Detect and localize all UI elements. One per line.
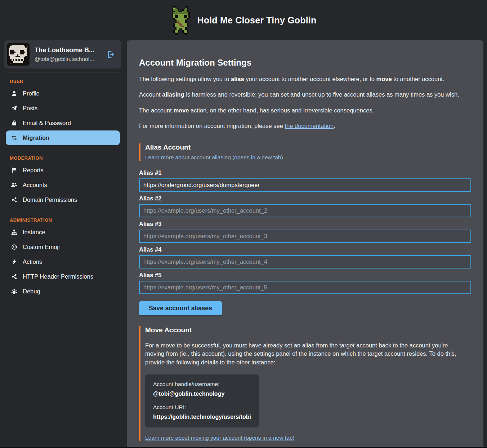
user-handle: @tobi@goblin.technol...	[35, 56, 101, 62]
app-header: Hold Me Closer Tiny Goblin	[0, 0, 487, 40]
sidebar-item-debug[interactable]: Debug	[6, 284, 120, 299]
sidebar-item-label: Instance	[23, 229, 45, 236]
sidebar-section-user: USER	[10, 79, 121, 84]
sidebar-item-profile[interactable]: Profile	[6, 86, 120, 101]
account-handle-label: Account handle/username:	[153, 381, 251, 387]
intro-paragraph-3: The account move action, on the other ha…	[139, 106, 471, 115]
sidebar-item-label: Custom Emoji	[23, 244, 60, 250]
sidebar-item-label: Posts	[23, 105, 37, 112]
user-card: The Loathsome B... @tobi@goblin.technol.…	[4, 40, 121, 68]
bug-icon	[11, 288, 17, 294]
alias-field-5: Alias #5	[139, 272, 471, 294]
users-icon	[11, 182, 17, 188]
intro-paragraph-2: Account aliasing is harmless and reversi…	[139, 90, 471, 99]
alias-4-label: Alias #4	[139, 246, 471, 253]
account-handle-value: @tobi@goblin.technology	[153, 391, 251, 397]
save-account-aliases-button[interactable]: Save account aliases	[139, 301, 222, 315]
sidebar-item-label: Profile	[23, 90, 40, 97]
alias-5-input[interactable]	[139, 281, 471, 294]
alias-field-2: Alias #2	[139, 195, 471, 217]
move-account-heading: Move Account	[145, 326, 471, 334]
alias-5-label: Alias #5	[139, 272, 471, 279]
sidebar-item-domain-permissions[interactable]: Domain Permissions	[6, 192, 120, 207]
lock-icon	[11, 120, 17, 126]
alias-1-input[interactable]	[139, 178, 471, 192]
intro-paragraph-1: The following settings allow you to alia…	[139, 75, 471, 83]
sidebar-item-migration[interactable]: Migration	[6, 130, 120, 145]
sidebar-item-accounts[interactable]: Accounts	[6, 178, 120, 192]
account-details-box: Account handle/username: @tobi@goblin.te…	[145, 374, 259, 427]
alias-account-section-header: Alias Account Learn more about account a…	[139, 143, 471, 161]
app-title: Hold Me Closer Tiny Goblin	[197, 15, 316, 26]
smiley-icon	[11, 244, 17, 250]
alias-learn-more-link[interactable]: Learn more about account aliasing (opens…	[145, 154, 283, 160]
sidebar-section-administration: ADMINISTRATION	[10, 217, 121, 223]
skull-avatar	[7, 43, 30, 66]
alias-3-input[interactable]	[139, 230, 471, 243]
sidebar-item-label: Domain Permissions	[23, 196, 77, 203]
alias-3-label: Alias #3	[139, 221, 471, 227]
alias-fields: Alias #1 Alias #2 Alias #3 Alias #4 Alia…	[139, 169, 471, 294]
sidebar-item-label: Debug	[23, 288, 40, 295]
share-nodes-icon	[11, 197, 17, 203]
sidebar-item-label: Accounts	[23, 182, 47, 188]
bolt-icon	[11, 259, 17, 265]
user-names: The Loathsome B... @tobi@goblin.technol.…	[35, 46, 101, 62]
sidebar-item-label: Actions	[23, 258, 42, 265]
goblin-pixel-logo	[170, 6, 191, 35]
arrows-left-right-icon	[11, 135, 17, 141]
sidebar-item-http-header-permissions[interactable]: HTTP Header Permissions	[6, 269, 120, 284]
move-learn-more-link[interactable]: Learn more about moving your account (op…	[145, 435, 471, 441]
sidebar-section-moderation: MODERATION	[10, 155, 121, 161]
sign-out-icon[interactable]	[106, 50, 116, 59]
alias-2-input[interactable]	[139, 204, 471, 217]
alias-field-1: Alias #1	[139, 169, 471, 192]
sidebar-divider	[6, 149, 120, 149]
sidebar-divider	[6, 211, 120, 211]
account-uri-value: https://goblin.technology/users/tobi	[153, 414, 251, 420]
alias-field-3: Alias #3	[139, 221, 471, 243]
sidebar-item-instance[interactable]: Instance	[6, 225, 120, 240]
sidebar-item-label: Migration	[23, 134, 49, 141]
sidebar-item-posts[interactable]: Posts	[6, 101, 120, 116]
intro-paragraph-4: For more information on account migratio…	[139, 122, 471, 130]
alias-1-label: Alias #1	[139, 169, 471, 176]
main-panel: Account Migration Settings The following…	[127, 40, 483, 448]
move-account-description: For a move to be successful, you must ha…	[145, 341, 464, 367]
sidebar-item-email-password[interactable]: Email & Password	[6, 116, 120, 130]
user-icon	[11, 90, 17, 97]
alias-field-4: Alias #4	[139, 246, 471, 269]
sidebar-item-actions[interactable]: Actions	[6, 254, 120, 269]
share-nodes-icon	[11, 274, 17, 280]
alias-4-input[interactable]	[139, 255, 471, 269]
page-title: Account Migration Settings	[139, 58, 471, 68]
move-account-section: Move Account For a move to be successful…	[139, 326, 471, 441]
sidebar-item-custom-emoji[interactable]: Custom Emoji	[6, 240, 120, 254]
sitemap-icon	[11, 229, 17, 235]
settings-page: Hold Me Closer Tiny Goblin The Loathsome…	[0, 0, 487, 448]
account-uri-label: Account URI:	[153, 404, 251, 411]
sidebar: The Loathsome B... @tobi@goblin.technol.…	[4, 40, 121, 448]
flag-icon	[11, 167, 17, 173]
sidebar-item-label: Reports	[23, 167, 44, 174]
sidebar-item-label: Email & Password	[23, 120, 71, 127]
alias-account-heading: Alias Account	[145, 143, 471, 151]
documentation-link[interactable]: the documentation	[285, 123, 334, 129]
paper-plane-icon	[11, 105, 17, 111]
alias-2-label: Alias #2	[139, 195, 471, 202]
sidebar-item-label: HTTP Header Permissions	[23, 273, 93, 280]
sidebar-item-reports[interactable]: Reports	[6, 163, 120, 178]
sidebar-divider	[6, 72, 120, 72]
user-display-name: The Loathsome B...	[35, 46, 101, 54]
